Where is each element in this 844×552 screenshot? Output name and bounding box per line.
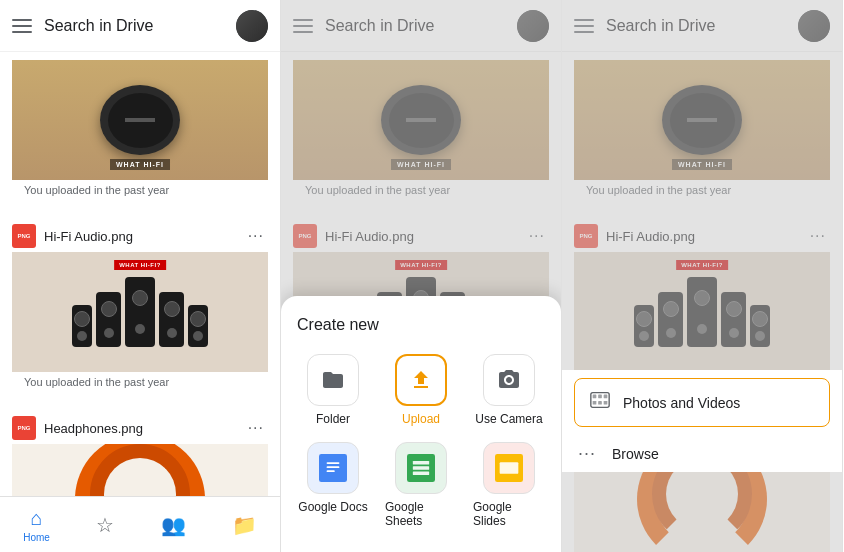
thumb-whathifi-mid: WHAT HI-FI (293, 60, 549, 180)
svg-rect-1 (327, 462, 340, 464)
hifi-device-right (662, 85, 742, 155)
cone (132, 290, 148, 306)
docs-icon (319, 454, 347, 482)
upload-icon-wrap (395, 354, 447, 406)
caption-mid-1: You uploaded in the past year (293, 180, 549, 204)
file-meta-headphones: PNG Headphones.png ··· (12, 408, 268, 444)
panel-left-content: WHAT HI-FI You uploaded in the past year… (0, 52, 280, 496)
file-meta-hifiaudio: PNG Hi-Fi Audio.png ··· (12, 216, 268, 252)
create-slides-label: Google Slides (473, 500, 545, 528)
file-card-headphones: PNG Headphones.png ··· + (0, 400, 280, 496)
create-docs-label: Google Docs (298, 500, 367, 514)
speakers (72, 277, 208, 347)
cone (101, 301, 117, 317)
thumb-whathifi-right: WHAT HI-FI (574, 60, 830, 180)
thumb-headphones: + (12, 444, 268, 496)
cone (190, 311, 206, 327)
nav-starred[interactable]: ☆ (88, 509, 122, 541)
cone-sm (135, 324, 145, 334)
svg-rect-15 (598, 401, 602, 405)
hifiaudio-caption: You uploaded in the past year (12, 372, 268, 396)
menu-icon-mid[interactable] (293, 19, 313, 33)
thumb-whathifi: WHAT HI-FI (12, 60, 268, 180)
svg-rect-6 (413, 466, 429, 470)
avatar[interactable] (236, 10, 268, 42)
home-icon: ⌂ (30, 507, 42, 530)
more-menu-hifiaudio-mid[interactable]: ··· (525, 225, 549, 247)
nav-shared[interactable]: 👥 (153, 509, 194, 541)
more-menu-headphones[interactable]: ··· (244, 417, 268, 439)
create-grid: Folder Upload Use Camera (297, 354, 545, 528)
panel-right: Search in Drive WHAT HI-FI You uploaded … (562, 0, 843, 552)
file-card-whathifi-mid: WHAT HI-FI You uploaded in the past year (281, 52, 561, 208)
docs-icon-wrap (307, 442, 359, 494)
menu-icon[interactable] (12, 19, 32, 33)
menu-icon-right[interactable] (574, 19, 594, 33)
svg-rect-5 (413, 461, 429, 465)
svg-rect-13 (604, 395, 608, 399)
create-upload-label: Upload (402, 412, 440, 426)
nav-home[interactable]: ⌂ Home (15, 503, 58, 547)
panel-middle: Search in Drive WHAT HI-FI You uploaded … (281, 0, 562, 552)
create-camera-label: Use Camera (475, 412, 542, 426)
file-icon-hifiaudio-right: PNG (574, 224, 598, 248)
nav-files[interactable]: 📁 (224, 509, 265, 541)
camera-icon-wrap (483, 354, 535, 406)
create-new-title: Create new (297, 316, 545, 334)
speaker-3 (125, 277, 155, 347)
folder-icon-wrap (307, 354, 359, 406)
create-camera[interactable]: Use Camera (473, 354, 545, 426)
browse-row: ··· Browse (562, 435, 842, 472)
folder-icon (321, 368, 345, 392)
speaker-5 (188, 305, 208, 347)
create-sheets-label: Google Sheets (385, 500, 457, 528)
create-slides[interactable]: Google Slides (473, 442, 545, 528)
file-name-headphones: Headphones.png (44, 421, 244, 436)
hifi-device (100, 85, 180, 155)
create-folder[interactable]: Folder (297, 354, 369, 426)
svg-rect-7 (413, 472, 429, 476)
whathifi-caption: You uploaded in the past year (12, 180, 268, 204)
svg-rect-11 (593, 395, 597, 399)
avatar-right[interactable] (798, 10, 830, 42)
photos-icon (589, 389, 611, 416)
browse-label: Browse (612, 446, 659, 462)
search-title-mid: Search in Drive (325, 17, 517, 35)
more-menu-hifiaudio[interactable]: ··· (244, 225, 268, 247)
hifi-device-mid (381, 85, 461, 155)
photos-videos-button[interactable]: Photos and Videos (574, 378, 830, 427)
cone-sm (104, 328, 114, 338)
camera-icon (497, 368, 521, 392)
what-hifi-banner-right: WHAT HI-FI? (676, 260, 728, 270)
more-menu-right-hifi[interactable]: ··· (806, 225, 830, 247)
cone-sm (77, 331, 87, 341)
file-name-hifiaudio-right: Hi-Fi Audio.png (606, 229, 806, 244)
sheets-icon-wrap (395, 442, 447, 494)
file-icon-hifiaudio: PNG (12, 224, 36, 248)
header-right: Search in Drive (562, 0, 842, 52)
slides-icon-wrap (483, 442, 535, 494)
create-upload[interactable]: Upload (385, 354, 457, 426)
svg-rect-3 (327, 470, 335, 472)
create-docs[interactable]: Google Docs (297, 442, 369, 528)
people-icon: 👥 (161, 513, 186, 537)
cone (74, 311, 90, 327)
panel-left: Search in Drive WHAT HI-FI You uploaded … (0, 0, 281, 552)
caption-right-1: You uploaded in the past year (574, 180, 830, 204)
avatar-mid[interactable] (517, 10, 549, 42)
browse-dots-icon: ··· (578, 443, 596, 464)
file-name-hifiaudio: Hi-Fi Audio.png (44, 229, 244, 244)
file-meta-hifiaudio-right: PNG Hi-Fi Audio.png ··· (574, 216, 830, 252)
file-card-whathifi: WHAT HI-FI You uploaded in the past year (0, 52, 280, 208)
speaker-4 (159, 292, 184, 347)
speaker-2 (96, 292, 121, 347)
hifi-label: WHAT HI-FI (110, 159, 170, 170)
what-hifi-banner: WHAT HI-FI? (114, 260, 166, 270)
photos-videos-label: Photos and Videos (623, 395, 740, 411)
svg-rect-9 (500, 462, 519, 474)
file-icon-hifiaudio-mid: PNG (293, 224, 317, 248)
search-title: Search in Drive (44, 17, 236, 35)
speaker-1 (72, 305, 92, 347)
create-sheets[interactable]: Google Sheets (385, 442, 457, 528)
file-icon-headphones: PNG (12, 416, 36, 440)
